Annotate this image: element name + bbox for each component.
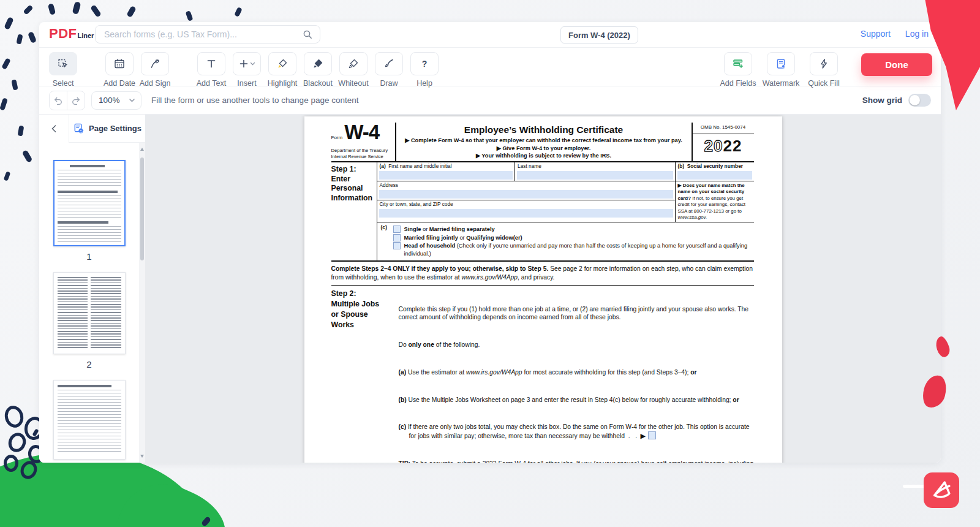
omb-number: OMB No. 1545-0074 <box>693 123 754 134</box>
filing-status-married: Married filing jointly or Qualifying wid… <box>404 234 522 241</box>
login-link[interactable]: Log in <box>905 29 929 39</box>
ink-mark-decoration <box>0 97 8 110</box>
city-state-zip-input[interactable] <box>379 209 673 218</box>
document-title-chip: Form W-4 (2022) <box>560 26 638 44</box>
thumbnails-scrollbar[interactable] <box>139 143 145 463</box>
page-settings-icon <box>73 123 85 134</box>
single-checkbox[interactable] <box>393 226 401 233</box>
show-grid-label: Show grid <box>862 96 902 105</box>
step2-item-a: (a) Use the estimator at www.irs.gov/W4A… <box>399 368 754 377</box>
dept-line1: Department of the Treasury <box>331 148 393 154</box>
ink-mark-decoration <box>18 125 24 136</box>
search-icon <box>301 28 314 40</box>
whiteout-brush-icon <box>347 58 360 70</box>
step2-item-c: (c) If there are only two jobs total, yo… <box>399 423 754 440</box>
ink-mark-decoration <box>11 79 18 90</box>
two-jobs-checkbox[interactable] <box>648 431 656 439</box>
form-title: Employee’s Withholding Certificate <box>401 124 687 136</box>
done-button[interactable]: Done <box>861 53 932 76</box>
ink-mark-decoration <box>186 10 194 21</box>
top-header: PDF Liner Form W-4 (2022) Support Log in <box>39 22 941 48</box>
select-tool-button[interactable]: Select <box>48 52 78 88</box>
watermark-button[interactable]: Watermark <box>762 52 800 88</box>
head-of-household-checkbox[interactable] <box>393 242 401 249</box>
page-number-2: 2 <box>39 359 139 370</box>
undo-button[interactable] <box>50 91 67 110</box>
page-thumbnails-list: 1 2 <box>39 143 139 463</box>
scrollbar-thumb[interactable] <box>140 157 144 260</box>
add-sign-button[interactable]: Add Sign <box>140 52 170 88</box>
zoom-level-value: 100% <box>99 96 120 105</box>
add-fields-button[interactable]: Add Fields <box>719 52 757 88</box>
ink-mark-decoration <box>4 171 11 181</box>
logo-pdf-text: PDF <box>49 27 77 40</box>
document-canvas: Form W-4 Department of the Treasury Inte… <box>145 115 941 463</box>
draw-button[interactable]: Draw <box>374 52 404 88</box>
form-word: Form <box>331 135 343 142</box>
paintbrush-icon <box>383 58 395 70</box>
lightning-icon <box>818 58 830 70</box>
add-date-button[interactable]: Add Date <box>104 52 135 88</box>
help-button[interactable]: ? Help <box>409 52 440 88</box>
page-thumbnail-3[interactable] <box>53 380 126 460</box>
steps-2-4-note: Complete Steps 2–4 ONLY if they apply to… <box>331 265 754 281</box>
form-year: 2022 <box>693 134 754 156</box>
step1-label: Step 1: <box>331 165 377 175</box>
ink-mark-decoration <box>16 34 23 44</box>
document-droplet-icon <box>775 58 787 70</box>
address-label: Address <box>377 181 675 189</box>
scroll-down-arrow[interactable] <box>140 455 144 458</box>
scroll-up-arrow[interactable] <box>140 148 144 151</box>
ink-mark-decoration <box>48 3 56 15</box>
form-page: Form W-4 Department of the Treasury Inte… <box>304 116 782 463</box>
ink-mark-decoration <box>28 31 37 44</box>
search-input[interactable] <box>103 29 301 40</box>
toolbar-hint-text: Fill the form or use another tools to ch… <box>151 96 358 105</box>
toggle-knob <box>910 95 920 105</box>
add-text-button[interactable]: Add Text <box>196 52 227 88</box>
last-name-input[interactable] <box>517 171 673 180</box>
highlight-button[interactable]: Highlight <box>267 52 298 88</box>
ring-mark-decoration <box>2 404 26 430</box>
quick-fill-button[interactable]: Quick Fill <box>805 52 843 88</box>
chevron-down-icon <box>250 61 255 66</box>
blackout-button[interactable]: Blackout <box>303 52 333 88</box>
collapse-sidebar-button[interactable] <box>39 115 69 143</box>
zoom-level-select[interactable]: 100% <box>91 91 141 110</box>
cursor-select-icon <box>57 58 69 70</box>
step1c-tag: (c) <box>377 224 393 258</box>
insert-button[interactable]: Insert <box>232 52 262 88</box>
svg-text:?: ? <box>422 59 428 69</box>
support-link[interactable]: Support <box>861 29 891 39</box>
ink-mark-decoration <box>72 1 81 15</box>
paper-plane-icon <box>928 477 955 504</box>
page-number-1: 1 <box>39 251 139 262</box>
page-thumbnail-2[interactable] <box>53 272 126 354</box>
page-settings-label: Page Settings <box>89 124 141 133</box>
show-grid-toggle[interactable] <box>908 94 931 107</box>
redo-button[interactable] <box>67 91 85 110</box>
first-name-input[interactable] <box>379 171 513 180</box>
app-window: PDF Liner Form W-4 (2022) Support Log in… <box>39 22 941 463</box>
step2-do-only-one: Do only one of the following. <box>399 341 754 349</box>
page-settings-button[interactable]: Page Settings <box>69 115 145 143</box>
ink-mark-decoration <box>1 58 11 70</box>
dept-line2: Internal Revenue Service <box>331 154 393 160</box>
question-mark-icon: ? <box>418 58 431 70</box>
form-subtitle-3: ▶ Your withholding is subject to review … <box>401 152 687 159</box>
ssn-input[interactable] <box>677 171 752 180</box>
pdfliner-logo[interactable]: PDF Liner <box>49 27 94 40</box>
form-name: W-4 <box>344 124 379 141</box>
whiteout-button[interactable]: Whiteout <box>338 52 369 88</box>
pdfliner-logo-mark <box>924 472 959 508</box>
logo-liner-text: Liner <box>78 32 94 39</box>
secondary-toolbar: 100% Fill the form or use another tools … <box>39 86 941 115</box>
w4-form-header: Form W-4 Department of the Treasury Inte… <box>331 123 754 162</box>
step2-tip: TIP: To be accurate, submit a 2022 Form … <box>399 460 754 463</box>
main-toolbar: Select Add Date Add Sign Add Text <box>39 47 941 86</box>
address-input[interactable] <box>379 190 673 199</box>
step2-item-b: (b) Use the Multiple Jobs Worksheet on p… <box>399 396 754 404</box>
search-form-field[interactable] <box>95 25 320 44</box>
married-jointly-checkbox[interactable] <box>393 234 401 241</box>
page-thumbnail-1[interactable] <box>53 160 126 246</box>
